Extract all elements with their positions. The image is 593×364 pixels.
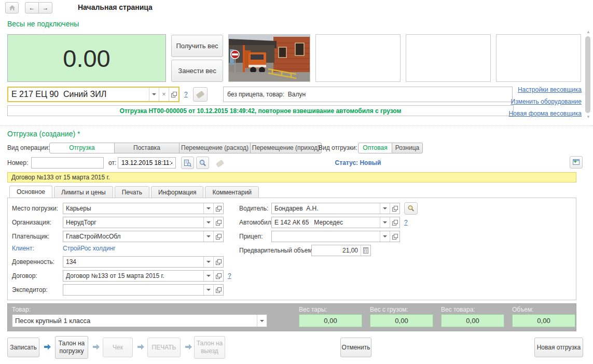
open-button[interactable] — [213, 203, 223, 214]
open-button[interactable] — [390, 231, 399, 242]
back-button[interactable]: ← — [25, 2, 39, 13]
related-documents-button[interactable] — [570, 156, 583, 169]
open-button[interactable] — [390, 203, 399, 214]
document-browse-button[interactable] — [181, 157, 194, 169]
step-arrow-icon — [92, 343, 100, 351]
forwarder-combo — [63, 284, 224, 296]
get-weight-button[interactable]: Получить вес — [171, 35, 223, 57]
operation-shipment-tab[interactable]: Отгрузка — [49, 143, 115, 153]
forwarder-input[interactable] — [63, 285, 203, 295]
put-weight-button[interactable]: Занести вес — [171, 60, 223, 82]
camera-photo-placeholder[interactable] — [315, 34, 401, 82]
exit-ticket-button[interactable]: Талон на выезд — [194, 336, 225, 359]
trailer-input[interactable] — [272, 231, 380, 242]
open-icon — [171, 92, 177, 97]
tab-main[interactable]: Основное — [9, 186, 52, 198]
vehicle-tag-button[interactable] — [193, 87, 208, 102]
organization-input[interactable] — [63, 217, 203, 228]
payer-input[interactable] — [63, 231, 203, 242]
vertical-scrollbar[interactable] — [585, 36, 590, 113]
weigher-settings-link[interactable]: Настройки весовщика — [518, 86, 582, 93]
dropdown-button[interactable] — [203, 257, 213, 267]
volume-label: Объем: — [512, 306, 534, 313]
power-of-attorney-input[interactable] — [63, 257, 203, 267]
vehicle-input[interactable] — [8, 88, 149, 101]
new-shipment-button[interactable]: Новая отгрузка — [534, 338, 583, 357]
camera-photo-placeholder[interactable] — [406, 34, 491, 82]
chevron-down-icon — [206, 289, 211, 291]
trailer-label: Прицеп: — [239, 233, 263, 240]
preliminary-volume-input[interactable] — [312, 245, 361, 256]
open-button[interactable] — [213, 231, 223, 242]
new-weigher-form-link[interactable]: Новая форма весовщика — [509, 110, 582, 117]
tab-information[interactable]: Информация — [151, 186, 203, 198]
camera-photo-placeholder[interactable] — [496, 34, 581, 82]
cancel-button[interactable]: Отменить — [340, 338, 371, 357]
open-button[interactable] — [213, 257, 223, 267]
net-weight-value: 0,00 — [441, 314, 504, 327]
chevron-down-icon — [383, 221, 387, 223]
client-label[interactable]: Клиент: — [12, 245, 34, 252]
tag-icon — [196, 90, 205, 98]
vehicle-dropdown-button[interactable] — [149, 88, 159, 101]
search-button[interactable] — [196, 157, 209, 169]
cargo-note-input[interactable] — [223, 87, 513, 102]
open-icon — [216, 206, 222, 212]
open-button[interactable] — [213, 285, 223, 295]
driver-search-button[interactable] — [404, 202, 418, 215]
calculator-button[interactable] — [361, 245, 370, 256]
product-input[interactable] — [12, 315, 257, 327]
scroll-up-icon[interactable]: ▲ — [586, 30, 590, 34]
vehicle-clear-button[interactable]: × — [159, 88, 169, 101]
home-button[interactable] — [5, 2, 19, 13]
operation-supply-tab[interactable]: Поставка — [114, 143, 180, 153]
shipment-kind-wholesale-tab[interactable]: Оптовая — [358, 143, 392, 153]
automobile-help-link[interactable]: ? — [404, 219, 408, 226]
dropdown-button[interactable] — [380, 217, 390, 228]
tab-print[interactable]: Печать — [115, 186, 149, 198]
dropdown-button[interactable] — [380, 231, 390, 242]
operation-transfer-in-tab[interactable]: Перемещение (приход) — [250, 143, 322, 153]
operation-transfer-out-tab[interactable]: Перемещение (расход) — [179, 143, 251, 153]
tare-weight-value: 0,00 — [299, 314, 362, 327]
change-equipment-link[interactable]: Изменить оборудование — [511, 98, 582, 105]
vehicle-open-button[interactable] — [169, 88, 178, 101]
vehicle-help-link[interactable]: ? — [184, 91, 188, 98]
tab-comment[interactable]: Комментарий — [205, 186, 259, 198]
chevron-down-icon — [206, 221, 211, 223]
open-button[interactable] — [213, 271, 223, 281]
dropdown-button[interactable] — [203, 271, 213, 281]
shipment-kind-retail-tab[interactable]: Розница — [392, 143, 423, 153]
net-weight-label: Вес товара: — [441, 306, 475, 313]
tab-limits-prices[interactable]: Лимиты и цены — [54, 186, 113, 198]
automobile-combo — [271, 217, 400, 228]
camera-photo[interactable] — [228, 34, 310, 82]
product-label: Товар: — [12, 306, 31, 313]
tare-weight-label: Вес тары: — [299, 306, 327, 313]
contract-combo — [63, 270, 224, 282]
receipt-button[interactable]: Чек — [103, 338, 133, 357]
date-input[interactable] — [118, 157, 176, 169]
scroll-down-icon[interactable]: ▼ — [586, 115, 590, 119]
loading-ticket-button[interactable]: Талон на погрузку — [55, 336, 88, 359]
driver-input[interactable] — [272, 203, 380, 214]
contract-help-link[interactable]: ? — [228, 272, 231, 279]
dropdown-button[interactable] — [380, 203, 390, 214]
save-button[interactable]: Записать — [7, 338, 39, 357]
loading-place-input[interactable] — [63, 203, 203, 214]
open-button[interactable] — [213, 217, 223, 228]
dropdown-button[interactable] — [257, 315, 267, 327]
number-label: Номер: — [7, 159, 28, 166]
number-input[interactable] — [31, 157, 104, 169]
dropdown-button[interactable] — [203, 231, 213, 242]
open-button[interactable] — [390, 217, 399, 228]
dropdown-button[interactable] — [203, 217, 213, 228]
contract-input[interactable] — [63, 271, 203, 281]
shipment-status-banner: Отгрузка НТ00-000005 от 10.12.2015 18:49… — [7, 105, 514, 116]
print-button[interactable]: ПЕЧАТЬ — [147, 338, 181, 357]
automobile-input[interactable] — [272, 217, 380, 228]
client-value-link[interactable]: СтройРос холдинг — [63, 245, 116, 252]
forward-button[interactable]: → — [38, 2, 52, 13]
dropdown-button[interactable] — [203, 285, 213, 295]
dropdown-button[interactable] — [203, 203, 213, 214]
